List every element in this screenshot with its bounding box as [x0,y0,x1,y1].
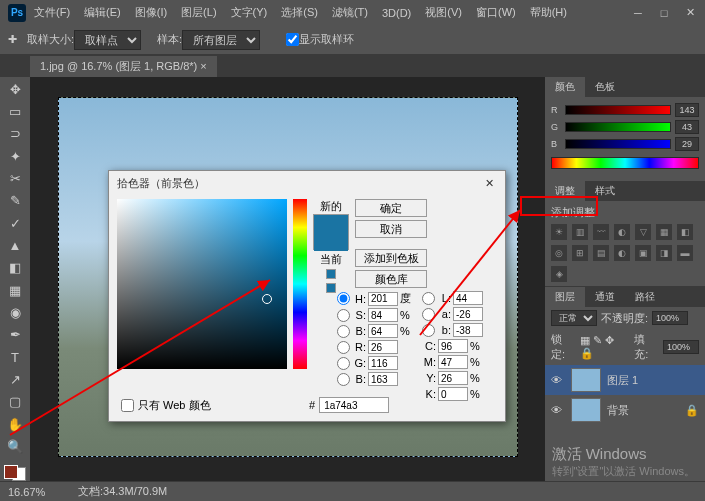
g-radio[interactable] [337,357,350,370]
g-input[interactable] [368,356,398,370]
adj-bw-icon[interactable]: ◧ [677,224,693,240]
fill-input[interactable] [663,340,699,354]
maximize-button[interactable]: □ [657,6,671,20]
h-radio[interactable] [337,292,350,305]
tab-channels[interactable]: 通道 [585,287,625,307]
hex-input[interactable] [319,397,389,413]
bpct-input[interactable] [368,324,398,338]
document-tab[interactable]: 1.jpg @ 16.7% (图层 1, RGB/8*) × [30,56,217,77]
menu-3d[interactable]: 3D(D) [382,7,411,19]
r-input[interactable] [368,340,398,354]
adj-posterize-icon[interactable]: ▣ [635,245,651,261]
saturation-cursor[interactable] [262,294,272,304]
shape-tool-icon[interactable]: ▢ [4,394,26,410]
adj-curves-icon[interactable]: 〰 [593,224,609,240]
tab-paths[interactable]: 路径 [625,287,665,307]
eraser-tool-icon[interactable]: ◧ [4,260,26,276]
c-input[interactable] [438,339,468,353]
websafe-swatch[interactable] [326,283,336,293]
zoom-tool-icon[interactable]: 🔍 [4,438,26,454]
visibility-icon[interactable]: 👁 [551,374,565,386]
s-radio[interactable] [337,309,350,322]
adj-levels-icon[interactable]: ▥ [572,224,588,240]
magic-wand-tool-icon[interactable]: ✦ [4,148,26,164]
menu-select[interactable]: 选择(S) [281,5,318,20]
menu-layer[interactable]: 图层(L) [181,5,216,20]
move-tool-icon[interactable]: ✥ [4,81,26,97]
adj-gradient-map-icon[interactable]: ▬ [677,245,693,261]
adj-mixer-icon[interactable]: ⊞ [572,245,588,261]
layer-row-1[interactable]: 👁 图层 1 [545,365,705,395]
stamp-tool-icon[interactable]: ▲ [4,237,26,253]
close-button[interactable]: ✕ [683,6,697,20]
b-value[interactable] [675,137,699,151]
dialog-titlebar[interactable]: 拾色器（前景色） ✕ [109,171,505,195]
sample-select[interactable]: 所有图层 [182,30,260,50]
h-input[interactable] [368,292,398,306]
b-slider[interactable] [565,139,671,149]
b-input[interactable] [368,372,398,386]
menu-edit[interactable]: 编辑(E) [84,5,121,20]
menu-filter[interactable]: 滤镜(T) [332,5,368,20]
lock-icons[interactable]: ▦ ✎ ✥ 🔒 [580,334,631,360]
adj-invert-icon[interactable]: ◐ [614,245,630,261]
opacity-input[interactable] [652,311,688,325]
y-input[interactable] [438,371,468,385]
blend-mode-select[interactable]: 正常 [551,310,597,326]
add-swatch-button[interactable]: 添加到色板 [355,249,427,267]
path-tool-icon[interactable]: ↗ [4,371,26,387]
hand-tool-icon[interactable]: ✋ [4,416,26,432]
cancel-button[interactable]: 取消 [355,220,427,238]
fg-bg-swatch[interactable] [4,465,26,481]
adj-vibrance-icon[interactable]: ▽ [635,224,651,240]
r-radio[interactable] [337,341,350,354]
adj-hue-icon[interactable]: ▦ [656,224,672,240]
a-radio[interactable] [422,308,435,321]
show-ring-checkbox[interactable] [286,33,299,46]
g-value[interactable] [675,120,699,134]
menu-help[interactable]: 帮助(H) [530,5,567,20]
tab-layers[interactable]: 图层 [545,287,585,307]
lasso-tool-icon[interactable]: ⊃ [4,126,26,142]
pen-tool-icon[interactable]: ✒ [4,327,26,343]
web-only-checkbox[interactable] [121,399,134,412]
crop-tool-icon[interactable]: ✂ [4,170,26,186]
adj-exposure-icon[interactable]: ◐ [614,224,630,240]
menu-image[interactable]: 图像(I) [135,5,167,20]
eyedropper-tool-icon[interactable]: ✎ [4,193,26,209]
r-slider[interactable] [565,105,671,115]
gradient-tool-icon[interactable]: ▦ [4,282,26,298]
dialog-close-button[interactable]: ✕ [481,175,497,191]
hue-slider[interactable] [293,199,307,369]
adj-lookup-icon[interactable]: ▤ [593,245,609,261]
blab-radio[interactable] [422,324,435,337]
b-radio[interactable] [337,325,350,338]
menu-text[interactable]: 文字(Y) [231,5,268,20]
minimize-button[interactable]: ─ [631,6,645,20]
tab-swatches[interactable]: 色板 [585,77,625,97]
menu-view[interactable]: 视图(V) [425,5,462,20]
sample-size-select[interactable]: 取样点 [74,30,141,50]
r-value[interactable] [675,103,699,117]
l-radio[interactable] [422,292,435,305]
adj-threshold-icon[interactable]: ◨ [656,245,672,261]
spectrum-bar[interactable] [551,157,699,169]
a-input[interactable] [453,307,483,321]
layer-row-bg[interactable]: 👁 背景 🔒 [545,395,705,425]
adj-selective-icon[interactable]: ◈ [551,266,567,282]
marquee-tool-icon[interactable]: ▭ [4,103,26,119]
brgb-radio[interactable] [337,373,350,386]
warning-swatch[interactable] [326,269,336,279]
menu-window[interactable]: 窗口(W) [476,5,516,20]
visibility-icon[interactable]: 👁 [551,404,565,416]
tab-adjustments[interactable]: 调整 [545,181,585,201]
blab-input[interactable] [453,323,483,337]
g-slider[interactable] [565,122,671,132]
m-input[interactable] [438,355,468,369]
tab-color[interactable]: 颜色 [545,77,585,97]
blur-tool-icon[interactable]: ◉ [4,304,26,320]
k-input[interactable] [438,387,468,401]
text-tool-icon[interactable]: T [4,349,26,365]
tab-styles[interactable]: 样式 [585,181,625,201]
zoom-level[interactable]: 16.67% [8,486,58,498]
